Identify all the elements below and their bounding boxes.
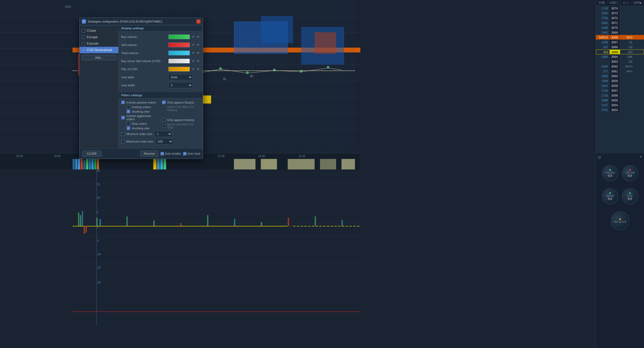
max-order-size-select[interactable]: 500 1000 (155, 139, 173, 144)
dialog-titlebar: S Strategies configuration (FDAX1218.EUR… (80, 18, 203, 25)
cvd-buy-knob: CVD Buy 0.0 (602, 165, 618, 181)
max-order-size-checkbox[interactable] (121, 140, 125, 143)
pandl-cvd-swatch[interactable] (168, 67, 190, 72)
collapse-icon[interactable]: ▼ (639, 155, 642, 160)
ignore-stop-label: Ignore size filters for Stop (167, 123, 200, 129)
chase-checkbox[interactable] (82, 29, 85, 33)
execute-checkbox[interactable] (82, 42, 85, 45)
anything-else-passive-checkbox[interactable] (127, 110, 130, 113)
price-3073: 3073 (609, 11, 620, 15)
svp-3056 (620, 93, 634, 98)
only-against-stops-checkbox[interactable] (162, 101, 166, 104)
lower-chart-svg (73, 169, 358, 323)
price-row-3070: 1648 3070 (596, 25, 644, 30)
total-volume-reset-btn[interactable]: ↺ (195, 51, 200, 55)
line-width-label: Line width: (121, 84, 168, 87)
cob-3059: 1999 (596, 79, 609, 83)
total-volume-edit-btn[interactable]: ✏ (191, 51, 195, 55)
min-order-size-checkbox[interactable] (121, 132, 125, 136)
dialog-close-button[interactable]: × (196, 19, 201, 24)
ignore-iceberg-label: Ignore size filters for Iceberg (167, 105, 200, 112)
auto-enable-checkbox[interactable] (161, 152, 164, 155)
svp-3053 (620, 108, 634, 112)
cvd-buy-label: CVD Buy (605, 171, 615, 174)
price-3069: 3069 (609, 30, 620, 35)
total-volume-swatch[interactable] (168, 51, 190, 55)
price-row-3057: 1793 3057 (596, 88, 644, 93)
cob-3070: 1648 (596, 25, 609, 30)
only-against-iceberg-checkbox[interactable] (162, 118, 166, 122)
anything-else-passive-row: Anything else (127, 110, 159, 113)
line-style-select[interactable]: Solid Dashed Dotted (168, 74, 193, 80)
price-row-3065: 302 3065 107 (596, 49, 644, 54)
include-aggressive-checkbox[interactable] (121, 116, 125, 119)
price-3063: 3063 (609, 59, 620, 64)
svp-3070 (620, 25, 634, 30)
sidebar-item-execute[interactable]: Execute (80, 40, 118, 47)
svp-3060 (620, 74, 634, 78)
svg-rect-45 (180, 223, 182, 226)
only-against-iceberg-label: Only against Iceberg (167, 118, 194, 122)
svp-3065: 107 (620, 50, 634, 54)
filter-col-right: Only against Stop(s) Ignore size filters… (162, 101, 200, 131)
sidebar-item-escape[interactable]: Escape (80, 34, 118, 40)
price-3074: 3074 (609, 6, 620, 10)
svg-rect-42 (99, 219, 101, 226)
stop-orders-label: Stop orders (132, 122, 147, 125)
cob-3069: 1461 (596, 30, 609, 35)
sidebar-item-chase[interactable]: Chase (80, 27, 118, 34)
iceberg-checkbox[interactable] (127, 105, 130, 109)
ignore-stop-checkbox (162, 124, 166, 128)
cvd-sell-value: 0.0 (628, 174, 632, 177)
auto-enable-group: Auto enable (161, 152, 181, 155)
include-passive-checkbox[interactable] (121, 101, 125, 104)
price-3067: 3067 (609, 40, 620, 44)
cob-3071: 1841 (596, 20, 609, 25)
buy-minus-sell-edit-btn[interactable]: ✏ (191, 59, 195, 63)
buy-volume-edit-btn[interactable]: ✏ (191, 34, 195, 39)
settings-gear-icon[interactable]: ⚙ (597, 155, 601, 160)
stop-orders-checkbox[interactable] (127, 122, 130, 125)
pandl-cvd-row: P&L of CVD: ✏ ↺ (121, 66, 200, 72)
price-row-3061: 377 3061 (596, 69, 644, 74)
auto-load-checkbox[interactable] (183, 152, 187, 155)
buy-volume-swatch[interactable] (168, 34, 190, 39)
escape-checkbox[interactable] (82, 35, 85, 39)
pandl-knob: P&L of CVD (611, 211, 629, 230)
price-3054: 3054 (609, 103, 620, 107)
price-3058: 3058 (609, 83, 620, 88)
dialog-sidebar: Chase Escape Execute CVD Generalizad Add… (80, 25, 119, 148)
sell-volume-reset-btn[interactable]: ↺ (195, 42, 200, 47)
buy-minus-sell-swatch[interactable] (168, 59, 190, 63)
anything-else-passive-label: Anything else (132, 110, 150, 113)
buy-volume-row: Buy volume: ✏ ↺ (121, 34, 200, 40)
buy-minus-sell-label: Buy minus Sell volume (CVD): (121, 59, 168, 63)
buy-minus-sell-reset-btn[interactable]: ↺ (195, 59, 200, 63)
sell-volume-edit-btn[interactable]: ✏ (191, 42, 195, 47)
anything-else-aggressive-checkbox[interactable] (127, 126, 130, 130)
right-indicators-panel: ⚙ ▼ CVD Buy 0.0 CVD Sell 0.0 Volume 0.0 … (596, 153, 644, 348)
max-order-size-row: Maximum order size: 500 1000 (121, 139, 200, 144)
pandl-cvd-edit-btn[interactable]: ✏ (191, 67, 195, 72)
dialog-title: Strategies configuration (FDAX1218.EUREX… (88, 20, 196, 23)
price-ladder-header: COB COB = +/- = SVP ▶ (596, 0, 644, 6)
auto-load-label: Auto load (188, 152, 200, 155)
remove-button[interactable]: Remove (140, 151, 158, 157)
buy-volume-reset-btn[interactable]: ↺ (195, 34, 200, 39)
sidebar-item-cvd[interactable]: CVD Generalizad (80, 47, 118, 53)
line-width-select[interactable]: 1 2 3 4 5 (168, 82, 193, 88)
cvd-label: CVD Generalizad (87, 48, 112, 52)
cob-3062: 2094 (596, 64, 609, 69)
pandl-cvd-reset-btn[interactable]: ↺ (195, 67, 200, 72)
svg-point-15 (300, 70, 302, 72)
price-row-3066: 202 3066 -23 (596, 45, 644, 49)
spacer (162, 113, 200, 118)
cvd-checkbox[interactable] (82, 48, 85, 52)
sell-volume-swatch[interactable] (168, 42, 190, 47)
cvd-knob: CVD 0.0 (622, 188, 638, 204)
min-order-size-select[interactable]: 1 2 5 (155, 131, 172, 137)
svp-3057 (620, 88, 634, 93)
volume-value: 0.0 (608, 197, 612, 200)
add-strategy-button[interactable]: Add... (82, 55, 116, 60)
close-button[interactable]: CLOSE (82, 151, 101, 157)
